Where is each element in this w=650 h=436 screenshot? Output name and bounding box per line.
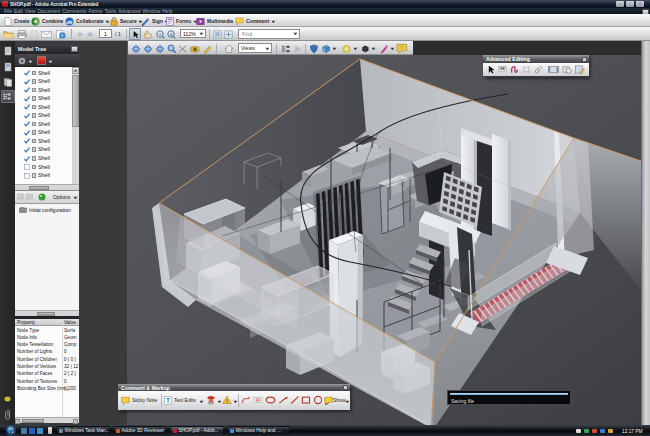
svg-text:!: ! [226,397,228,403]
svg-text:T: T [166,396,170,403]
svg-text:OK: OK [500,67,506,71]
